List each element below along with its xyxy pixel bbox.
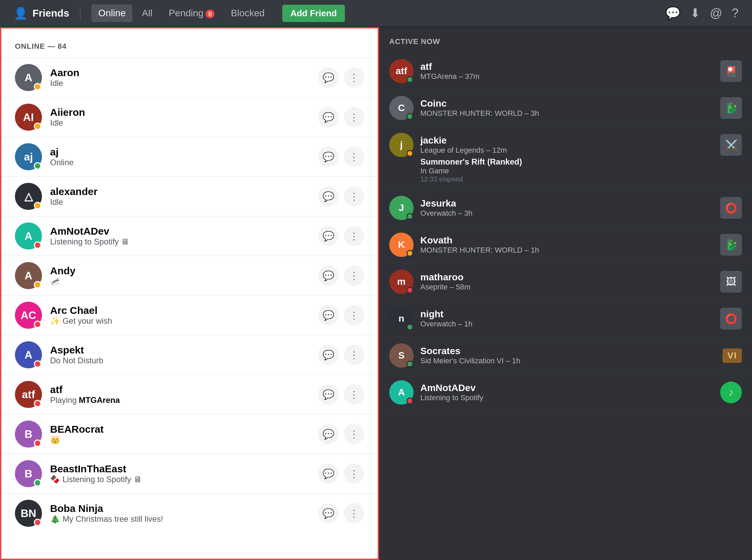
nav-tab-online[interactable]: Online: [92, 4, 132, 22]
friends-list: AAaronIdle💬⋮AIAiieronIdle💬⋮ajajOnline💬⋮△…: [1, 58, 378, 533]
chat-button[interactable]: 💬: [318, 503, 339, 523]
friend-status: Idle: [50, 118, 318, 128]
active-list-item[interactable]: JJesurkaOverwatch – 3h⭕: [379, 189, 752, 226]
status-indicator: [34, 519, 41, 526]
chat-button[interactable]: 💬: [318, 424, 339, 444]
active-list-item-ranked[interactable]: jjackieLeague of Legends – 12m⚔️Summoner…: [379, 127, 752, 189]
friend-actions: 💬⋮: [318, 463, 364, 484]
friend-status: Idle: [50, 197, 318, 207]
chat-button[interactable]: 💬: [318, 463, 339, 484]
chat-icon[interactable]: 💬: [665, 6, 680, 20]
friend-list-item[interactable]: AAndy🦟💬⋮: [1, 256, 378, 295]
more-options-button[interactable]: ⋮: [344, 463, 364, 484]
friend-info: Arc Chael✨ Get your wish: [50, 305, 318, 326]
chat-button[interactable]: 💬: [318, 345, 339, 365]
friend-status: 🍫 Listening to Spotify 🖥: [50, 475, 318, 484]
friends-text: Friends: [33, 7, 69, 19]
friend-info: Andy🦟: [50, 265, 318, 286]
friend-list-item[interactable]: △alexanderIdle💬⋮: [1, 176, 378, 216]
status-indicator: [406, 113, 413, 120]
friend-info: AiieronIdle: [50, 107, 318, 128]
active-list-item[interactable]: AAmNotADevListening to Spotify♪: [379, 374, 752, 411]
nav-tab-pending[interactable]: Pending8: [162, 4, 221, 22]
active-info: AmNotADevListening to Spotify: [420, 383, 720, 402]
active-user-name: AmNotADev: [420, 383, 720, 394]
game-icon: 🐉: [720, 234, 742, 256]
chat-button[interactable]: 💬: [318, 384, 339, 405]
avatar: j: [389, 133, 413, 157]
chat-button[interactable]: 💬: [318, 67, 339, 88]
status-indicator: [406, 361, 413, 367]
active-list-item[interactable]: CCoincMONSTER HUNTER: WORLD – 3h🐉: [379, 90, 752, 127]
active-user-name: Jesurka: [420, 198, 720, 209]
friend-name: Aaron: [50, 67, 318, 79]
more-options-button[interactable]: ⋮: [344, 226, 364, 246]
avatar: BN: [15, 500, 42, 527]
friend-list-item[interactable]: AAmNotADevListening to Spotify 🖥💬⋮: [1, 216, 378, 256]
friend-actions: 💬⋮: [318, 146, 364, 167]
chat-button[interactable]: 💬: [318, 107, 339, 127]
status-indicator: [34, 83, 41, 91]
friend-list-item[interactable]: AIAiieronIdle💬⋮: [1, 97, 378, 137]
more-options-button[interactable]: ⋮: [344, 384, 364, 405]
friend-list-item[interactable]: AAspektDo Not Disturb💬⋮: [1, 335, 378, 375]
active-list-item[interactable]: atfatfMTGArena – 37m🎴: [379, 53, 752, 90]
friend-list-item[interactable]: BBeastInThaEast🍫 Listening to Spotify 🖥💬…: [1, 454, 378, 493]
more-options-button[interactable]: ⋮: [344, 107, 364, 127]
active-list-item[interactable]: nnightOverwatch – 1h⭕: [379, 300, 752, 337]
friend-info: AspektDo Not Disturb: [50, 344, 318, 365]
friends-panel: ONLINE — 84 AAaronIdle💬⋮AIAiieronIdle💬⋮a…: [0, 27, 379, 560]
friend-list-item[interactable]: atfatfPlaying MTGArena💬⋮: [1, 375, 378, 414]
avatar: A: [389, 380, 413, 405]
chat-button[interactable]: 💬: [318, 305, 339, 325]
status-indicator: [406, 150, 413, 157]
chat-button[interactable]: 💬: [318, 186, 339, 206]
friend-info: AmNotADevListening to Spotify 🖥: [50, 225, 318, 246]
game-icon: 🎴: [720, 60, 742, 82]
friend-list-item[interactable]: ajajOnline💬⋮: [1, 137, 378, 176]
active-info: JesurkaOverwatch – 3h: [420, 198, 720, 218]
friend-status: 🦟: [50, 277, 318, 286]
friend-info: BEARocrat👑: [50, 423, 318, 444]
friend-list-item[interactable]: ACArc Chael✨ Get your wish💬⋮: [1, 295, 378, 335]
more-options-button[interactable]: ⋮: [344, 345, 364, 365]
add-friend-button[interactable]: Add Friend: [282, 5, 345, 22]
more-options-button[interactable]: ⋮: [344, 146, 364, 167]
help-icon[interactable]: ?: [732, 6, 738, 20]
more-options-button[interactable]: ⋮: [344, 503, 364, 523]
avatar: B: [15, 420, 42, 447]
more-options-button[interactable]: ⋮: [344, 424, 364, 444]
nav-tab-all[interactable]: All: [135, 4, 159, 22]
chat-button[interactable]: 💬: [318, 265, 339, 286]
more-options-button[interactable]: ⋮: [344, 305, 364, 325]
chat-button[interactable]: 💬: [318, 226, 339, 246]
more-options-button[interactable]: ⋮: [344, 186, 364, 206]
active-game-name: MONSTER HUNTER: WORLD – 3h: [420, 109, 720, 118]
active-list-item[interactable]: SSocratesSid Meier's Civilization VI – 1…: [379, 337, 752, 374]
status-indicator: [34, 162, 41, 169]
more-options-button[interactable]: ⋮: [344, 67, 364, 88]
more-options-button[interactable]: ⋮: [344, 265, 364, 286]
friend-list-item[interactable]: BBEARocrat👑💬⋮: [1, 414, 378, 454]
chat-button[interactable]: 💬: [318, 146, 339, 167]
active-item-top-row: jjackieLeague of Legends – 12m⚔️: [389, 133, 742, 157]
friend-list-item[interactable]: BNBoba Ninja🎄 My Christmas tree still li…: [1, 493, 378, 533]
nav-tab-blocked[interactable]: Blocked: [224, 4, 271, 22]
active-info: matharooAseprite – 58m: [420, 272, 720, 292]
friend-list-item[interactable]: AAaronIdle💬⋮: [1, 58, 378, 97]
friend-status: Listening to Spotify 🖥: [50, 237, 318, 246]
status-indicator: [406, 76, 413, 83]
nav-tabs: OnlineAllPending8Blocked: [92, 4, 271, 22]
friend-status: Idle: [50, 79, 318, 88]
active-list-item[interactable]: mmatharooAseprite – 58m🖼: [379, 263, 752, 300]
status-indicator: [34, 281, 41, 288]
active-game-name: MTGArena – 37m: [420, 72, 720, 81]
active-game-name: Aseprite – 58m: [420, 283, 720, 292]
friend-status: Do Not Disturb: [50, 356, 318, 365]
active-list-item[interactable]: KKovathMONSTER HUNTER: WORLD – 1h🐉: [379, 226, 752, 263]
avatar: C: [389, 96, 413, 120]
download-icon[interactable]: ⬇: [690, 6, 700, 20]
friend-status: ✨ Get your wish: [50, 316, 318, 326]
mention-icon[interactable]: @: [710, 6, 722, 20]
avatar: J: [389, 196, 413, 220]
